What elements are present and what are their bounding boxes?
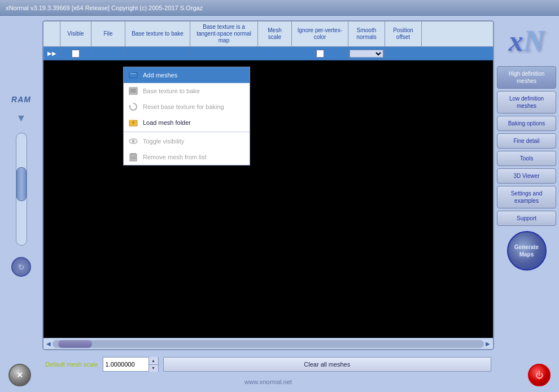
row-cell-ignore — [292, 47, 348, 60]
svg-rect-1 — [129, 72, 133, 73]
xn-logo: xN — [509, 27, 545, 56]
reset-texture-icon — [128, 102, 138, 112]
row-cell-base-tex — [125, 47, 190, 60]
ram-slider[interactable] — [16, 133, 27, 246]
generate-maps-btn[interactable]: Generate Maps — [507, 231, 547, 271]
nav-btn-high-def[interactable]: High definition meshes — [497, 66, 556, 89]
title-text: xNormal v3.19.3.39669 [x64 Release] Copy… — [6, 5, 203, 11]
row-cell-check: ▶▶ — [43, 47, 60, 60]
col-ignore-header: Ignore per-vertex-color — [292, 21, 348, 46]
h-scrollbar: ◀ ▶ — [43, 338, 493, 349]
ram-label: RAM — [11, 95, 31, 104]
h-scroll-track[interactable] — [53, 340, 484, 348]
base-texture-icon — [128, 86, 138, 96]
selected-table-row[interactable]: ▶▶ — [43, 47, 493, 60]
nav-btn-tools[interactable]: Tools — [497, 151, 556, 166]
row-cell-smooth — [348, 47, 385, 60]
add-meshes-label: Add meshes — [143, 72, 177, 79]
load-folder-icon — [128, 117, 138, 128]
remove-mesh-label: Remove mesh from list — [143, 154, 206, 160]
power-btn[interactable]: ⏻ — [528, 364, 551, 386]
row-cell-pos — [385, 47, 422, 60]
toggle-visibility-label: Toggle visibility — [143, 138, 184, 145]
menu-item-load-folder[interactable]: Load mesh folder — [124, 115, 250, 130]
svg-point-10 — [132, 140, 135, 143]
col-smooth-header: Smooth normals — [348, 21, 385, 46]
scroll-wheel-icon[interactable]: ↻ — [11, 257, 31, 277]
col-pos-header: Position offset — [385, 21, 422, 46]
context-menu: Add meshes Base texture to bake — [123, 67, 250, 165]
slider-thumb[interactable] — [16, 167, 27, 201]
menu-item-add-meshes[interactable]: Add meshes — [124, 67, 250, 83]
nav-btn-support[interactable]: Support — [497, 211, 556, 226]
col-base-tex-header: Base texture to bake — [125, 21, 190, 46]
title-bar: xNormal v3.19.3.39669 [x64 Release] Copy… — [0, 0, 559, 16]
menu-item-toggle-visibility: Toggle visibility — [124, 133, 250, 149]
svg-marker-5 — [129, 104, 131, 107]
table-header: Visible File Base texture to bake Base t… — [43, 21, 493, 47]
menu-item-remove-mesh: Remove mesh from list — [124, 149, 250, 165]
visible-checkbox[interactable] — [72, 50, 80, 58]
close-btn[interactable]: ✕ — [8, 364, 31, 386]
nav-btn-3d-viewer[interactable]: 3D Viewer — [497, 168, 556, 184]
svg-rect-4 — [130, 89, 136, 93]
generate-maps-label: Generate Maps — [508, 243, 545, 258]
remove-mesh-icon — [128, 152, 138, 162]
menu-item-reset-texture: Reset base texture for baking — [124, 99, 250, 115]
reset-texture-label: Reset base texture for baking — [143, 103, 224, 110]
col-tangent-header: Base texture is a tangent-space normal m… — [190, 21, 258, 46]
right-panel: xN High definition meshes Low definition… — [497, 16, 559, 392]
col-check-header — [43, 21, 60, 46]
row-cell-mesh-scale — [258, 47, 292, 60]
logo-area: xN — [497, 19, 556, 64]
menu-item-base-texture: Base texture to bake — [124, 83, 250, 99]
row-cell-file — [91, 47, 125, 60]
base-texture-label: Base texture to bake — [143, 88, 200, 94]
col-visible-header: Visible — [60, 21, 91, 46]
bottom-icons-bar: ✕ ⏻ — [3, 361, 556, 389]
menu-divider — [124, 132, 250, 132]
col-file-header: File — [91, 21, 125, 46]
left-panel: RAM ▼ ↻ — [0, 16, 42, 392]
main-panel: Visible File Base texture to bake Base t… — [42, 20, 494, 350]
ignore-checkbox[interactable] — [316, 50, 324, 58]
nav-btn-fine-detail[interactable]: Fine detail — [497, 133, 556, 149]
col-mesh-scale-header: Mesh scale — [258, 21, 292, 46]
row-cell-visible — [60, 47, 91, 60]
svg-rect-2 — [130, 73, 136, 74]
nav-btn-baking[interactable]: Baking options — [497, 116, 556, 131]
scroll-down-icon[interactable]: ▼ — [16, 112, 27, 124]
nav-btn-low-def[interactable]: Low definition meshes — [497, 91, 556, 114]
h-scroll-thumb[interactable] — [58, 340, 92, 348]
scroll-right-btn[interactable]: ▶ — [484, 341, 492, 347]
smooth-select[interactable] — [350, 50, 383, 58]
svg-rect-0 — [129, 72, 137, 78]
svg-rect-7 — [129, 120, 133, 121]
nav-btn-settings[interactable]: Settings and examples — [497, 186, 556, 208]
center-content: Visible File Base texture to bake Base t… — [42, 16, 497, 392]
load-folder-label: Load mesh folder — [143, 119, 191, 126]
toggle-visibility-icon — [128, 136, 138, 146]
scroll-left-btn[interactable]: ◀ — [45, 341, 53, 347]
add-meshes-icon — [128, 70, 138, 80]
content-area: Add meshes Base texture to bake — [43, 60, 493, 338]
row-cell-tangent — [190, 47, 258, 60]
